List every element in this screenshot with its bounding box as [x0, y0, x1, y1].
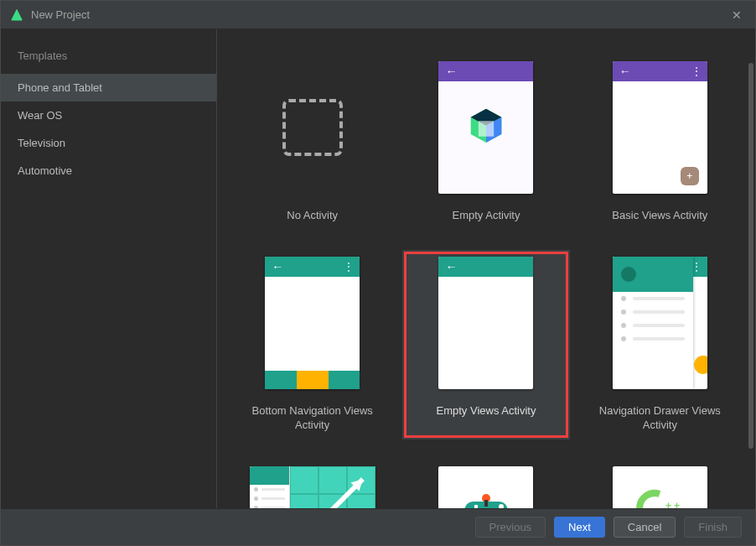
- sidebar-item-phone-and-tablet[interactable]: Phone and Tablet: [1, 74, 216, 101]
- template-navigation-drawer-views-activity[interactable]: ⋮ Navigation Drawer Views Activity: [576, 250, 743, 439]
- appbar-preview: ← ⋮: [613, 61, 707, 81]
- template-no-activity[interactable]: No Activity: [229, 55, 396, 230]
- template-thumbnail: ← ⋮: [265, 257, 360, 389]
- template-label: No Activity: [287, 209, 338, 223]
- template-label: Empty Views Activity: [437, 404, 536, 419]
- sidebar-heading: Templates: [1, 44, 216, 74]
- cpp-icon: + +: [613, 466, 707, 508]
- template-label: Bottom Navigation Views Activity: [234, 404, 391, 433]
- previous-button[interactable]: Previous: [475, 517, 546, 538]
- sidebar-item-television[interactable]: Television: [1, 129, 216, 157]
- template-label: Basic Views Activity: [612, 209, 707, 223]
- close-icon[interactable]: ✕: [728, 5, 745, 25]
- svg-text:+: +: [674, 500, 680, 508]
- template-thumbnail: ←: [438, 61, 533, 194]
- android-studio-icon: [11, 9, 23, 21]
- svg-marker-3: [479, 121, 494, 136]
- template-thumbnail: ← ⋮ +: [613, 61, 707, 194]
- template-empty-activity[interactable]: ← Empty Activity: [402, 55, 570, 230]
- drawer-preview: [613, 257, 693, 389]
- template-native-cpp[interactable]: + +: [576, 460, 743, 508]
- template-thumbnail: ⋮: [613, 257, 707, 389]
- dashed-placeholder-icon: [282, 99, 343, 156]
- appbar-preview: ←: [438, 257, 533, 277]
- sidebar-item-label: Phone and Tablet: [18, 81, 102, 94]
- template-empty-views-activity[interactable]: ← Empty Views Activity: [402, 250, 570, 439]
- appbar-preview: ← ⋮: [265, 257, 360, 277]
- template-thumbnail: [438, 466, 533, 508]
- template-bottom-navigation-views-activity[interactable]: ← ⋮ Bottom Navigation Views Activity: [229, 250, 396, 439]
- template-gallery: No Activity ← Empty Activity: [217, 29, 755, 508]
- avatar-icon: [621, 267, 636, 282]
- sidebar-item-label: Wear OS: [18, 109, 62, 122]
- compose-logo-icon: [468, 107, 505, 144]
- template-label: Empty Activity: [453, 209, 520, 223]
- back-arrow-icon: ←: [445, 65, 457, 78]
- footer: Previous Next Cancel Finish: [1, 508, 755, 545]
- template-thumbnail: + +: [613, 466, 707, 508]
- sidebar-item-wear-os[interactable]: Wear OS: [1, 101, 216, 129]
- overflow-menu-icon: ⋮: [691, 65, 701, 77]
- sidebar-item-label: Television: [18, 137, 65, 149]
- finish-button[interactable]: Finish: [684, 517, 742, 538]
- fab-icon: [694, 356, 707, 374]
- template-thumbnail: [250, 466, 375, 508]
- svg-rect-12: [484, 500, 488, 507]
- scrollbar[interactable]: [748, 63, 753, 449]
- sidebar: Templates Phone and Tablet Wear OS Telev…: [1, 29, 217, 508]
- cancel-button[interactable]: Cancel: [614, 517, 676, 538]
- appbar-preview: ←: [438, 61, 533, 81]
- back-arrow-icon: ←: [272, 260, 283, 273]
- titlebar: New Project ✕: [1, 1, 755, 29]
- template-responsive-views-activity[interactable]: [229, 460, 396, 508]
- svg-rect-10: [474, 505, 478, 508]
- template-thumbnail: ←: [438, 257, 533, 389]
- svg-text:+: +: [665, 500, 671, 508]
- template-thumbnail: [265, 61, 360, 194]
- template-game-activity[interactable]: [402, 460, 570, 508]
- back-arrow-icon: ←: [445, 260, 457, 273]
- bottom-nav-preview: [265, 371, 360, 389]
- overflow-menu-icon: ⋮: [344, 261, 353, 273]
- template-basic-views-activity[interactable]: ← ⋮ + Basic Views Activity: [576, 55, 743, 230]
- back-arrow-icon: ←: [619, 65, 631, 78]
- template-label: Navigation Drawer Views Activity: [581, 404, 738, 433]
- window-title: New Project: [31, 8, 90, 21]
- gamepad-icon: [438, 466, 533, 508]
- sidebar-item-label: Automotive: [18, 164, 72, 177]
- sidebar-item-automotive[interactable]: Automotive: [1, 157, 216, 185]
- fab-icon: +: [681, 167, 699, 185]
- next-button[interactable]: Next: [554, 517, 605, 538]
